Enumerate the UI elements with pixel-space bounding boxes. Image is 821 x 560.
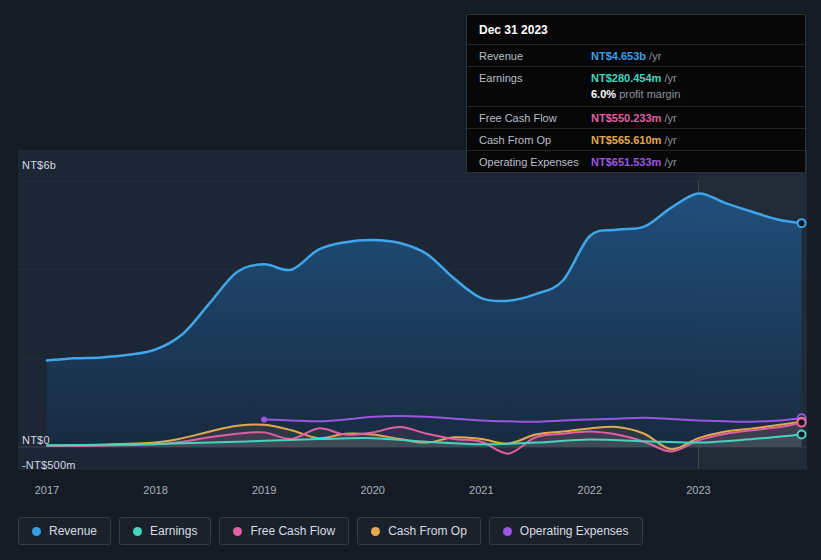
tooltip-suffix: /yr: [661, 134, 676, 146]
x-axis-label: 2023: [681, 484, 715, 496]
tooltip-label: Revenue: [479, 50, 591, 62]
legend: RevenueEarningsFree Cash FlowCash From O…: [18, 517, 643, 545]
tooltip-value: NT$280.454m: [591, 72, 661, 84]
tooltip-value: NT$565.610m: [591, 134, 661, 146]
tooltip-profit-margin: 6.0% profit margin: [467, 88, 805, 106]
legend-item-revenue[interactable]: Revenue: [18, 517, 111, 545]
chart-canvas[interactable]: [0, 150, 821, 510]
x-axis-label: 2021: [464, 484, 498, 496]
x-axis-label: 2019: [247, 484, 281, 496]
tooltip-row-operating-expenses: Operating Expenses NT$651.533m /yr: [467, 150, 805, 172]
x-axis-label: 2018: [139, 484, 173, 496]
legend-item-label: Cash From Op: [388, 524, 467, 538]
tooltip-value: NT$550.233m: [591, 112, 661, 124]
legend-item-label: Earnings: [150, 524, 197, 538]
tooltip-row-earnings: Earnings NT$280.454m /yr: [467, 66, 805, 88]
x-axis-label: 2022: [573, 484, 607, 496]
financial-history-chart[interactable]: NT$6b NT$0 -NT$500m 20172018201920202021…: [0, 150, 821, 510]
operating-expenses-series-dot-icon: [503, 527, 512, 536]
y-axis-label-negative: -NT$500m: [22, 459, 76, 471]
profit-margin-text: profit margin: [616, 88, 680, 100]
y-axis-label-top: NT$6b: [22, 159, 56, 171]
tooltip-suffix: /yr: [661, 72, 676, 84]
tooltip-suffix: /yr: [661, 156, 676, 168]
tooltip-label: Free Cash Flow: [479, 112, 591, 124]
tooltip-panel: Dec 31 2023 Revenue NT$4.653b /yr Earnin…: [466, 14, 806, 173]
tooltip-row-free-cash-flow: Free Cash Flow NT$550.233m /yr: [467, 106, 805, 128]
profit-margin-value: 6.0%: [591, 88, 616, 100]
tooltip-suffix: /yr: [661, 112, 676, 124]
revenue-series-dot-icon: [32, 527, 41, 536]
legend-item-free-cash-flow[interactable]: Free Cash Flow: [219, 517, 349, 545]
tooltip-label: Earnings: [479, 72, 591, 84]
legend-item-cash-from-op[interactable]: Cash From Op: [357, 517, 481, 545]
legend-item-label: Operating Expenses: [520, 524, 629, 538]
tooltip-row-cash-from-op: Cash From Op NT$565.610m /yr: [467, 128, 805, 150]
tooltip-suffix: /yr: [646, 50, 661, 62]
legend-item-label: Revenue: [49, 524, 97, 538]
legend-item-earnings[interactable]: Earnings: [119, 517, 211, 545]
tooltip-date: Dec 31 2023: [467, 15, 805, 44]
legend-item-label: Free Cash Flow: [250, 524, 335, 538]
earnings-series-dot-icon: [133, 527, 142, 536]
x-axis-label: 2020: [356, 484, 390, 496]
tooltip-value: NT$4.653b: [591, 50, 646, 62]
x-axis-label: 2017: [30, 484, 64, 496]
x-axis: 2017201820192020202120222023: [0, 484, 821, 498]
free-cash-flow-series-dot-icon: [233, 527, 242, 536]
legend-item-operating-expenses[interactable]: Operating Expenses: [489, 517, 643, 545]
y-axis-label-zero: NT$0: [22, 434, 50, 446]
tooltip-value: NT$651.533m: [591, 156, 661, 168]
tooltip-label: Cash From Op: [479, 134, 591, 146]
cash-from-op-series-dot-icon: [371, 527, 380, 536]
tooltip-label: Operating Expenses: [479, 156, 591, 168]
tooltip-row-revenue: Revenue NT$4.653b /yr: [467, 44, 805, 66]
